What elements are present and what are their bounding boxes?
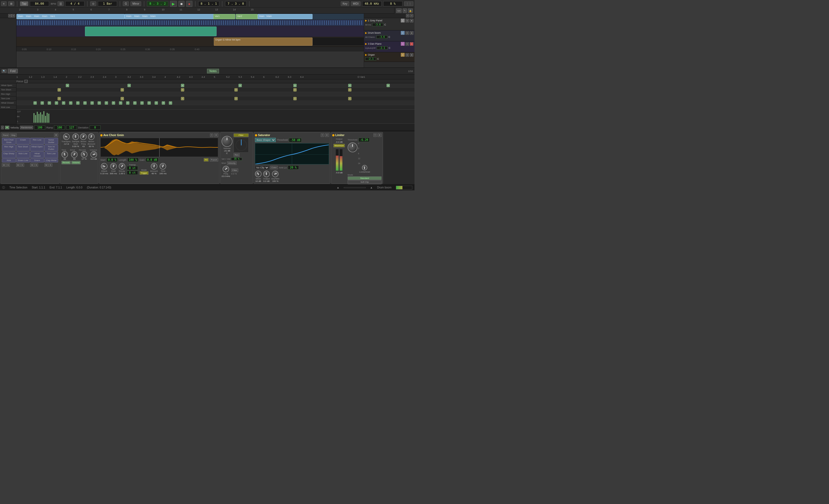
- note-tl1[interactable]: T: [58, 97, 61, 100]
- set-btn[interactable]: Set: [396, 8, 402, 13]
- soft-clip-btn[interactable]: Soft Clip: [348, 180, 382, 184]
- add-track-btn[interactable]: +: [406, 14, 409, 17]
- note-tl4[interactable]: T: [235, 97, 238, 100]
- output-sat-knob[interactable]: [263, 171, 270, 177]
- note-h3[interactable]: H: [181, 84, 184, 87]
- time-knob[interactable]: [61, 151, 69, 158]
- s-btn-3[interactable]: S: [35, 163, 38, 167]
- note-hc3[interactable]: H: [48, 101, 51, 105]
- attack-knob[interactable]: [100, 162, 109, 171]
- pad-clap-metal[interactable]: Clap Metal: [44, 158, 59, 162]
- lock-btn[interactable]: 🔒: [408, 8, 413, 13]
- note-hc13[interactable]: H: [119, 101, 122, 105]
- start-input[interactable]: 0.0 %: [107, 158, 118, 162]
- note-h4[interactable]: H: [239, 84, 242, 87]
- midi-btn[interactable]: MIDI: [351, 1, 360, 6]
- note-t6[interactable]: T: [348, 88, 352, 91]
- threshold-val[interactable]: -50 dB: [289, 138, 301, 142]
- vel-toggle-btn[interactable]: ▼: [5, 126, 9, 129]
- position2-display[interactable]: 8 . 1 . 1: [198, 1, 220, 6]
- punch-btn[interactable]: Punch: [210, 158, 218, 162]
- pad-hihat-closed[interactable]: Hihat Closed: [30, 152, 44, 158]
- randomize-btn[interactable]: Randomize: [20, 126, 33, 129]
- track-vol-organ[interactable]: -2.1: [365, 57, 376, 61]
- arr-clip-var1[interactable]: Var1: [213, 14, 235, 19]
- detune-val[interactable]: 0 ct: [127, 171, 138, 175]
- pad-clap-sharp[interactable]: Clap Sharp: [2, 152, 16, 158]
- deviation-val-input[interactable]: 0: [89, 125, 101, 129]
- note-hc17[interactable]: H: [147, 101, 151, 105]
- track-vol-3[interactable]: -2.1: [377, 46, 388, 49]
- note-hc18[interactable]: H: [155, 101, 158, 105]
- pad-tom-short[interactable]: Tom Short: [16, 145, 30, 151]
- scale-btn[interactable]: Minor: [131, 1, 141, 6]
- arrange-view-btn[interactable]: ≡: [1, 1, 7, 6]
- note-h1[interactable]: H: [66, 84, 69, 87]
- reverb-knob[interactable]: [80, 150, 88, 159]
- note-t5[interactable]: T: [293, 88, 297, 91]
- note-tl6[interactable]: T: [348, 97, 352, 100]
- note-hc14[interactable]: H: [126, 101, 130, 105]
- note-h2[interactable]: H: [128, 84, 131, 87]
- arr-clip-main1[interactable]: Main Main Main Main Var1: [16, 14, 125, 19]
- key-btn[interactable]: G: [123, 1, 129, 6]
- amt-lo-val[interactable]: 20 %: [288, 165, 299, 169]
- note-hc10[interactable]: H: [98, 101, 101, 105]
- drive-knob[interactable]: [70, 150, 79, 159]
- note-t4[interactable]: T: [235, 88, 238, 91]
- note-hc12[interactable]: H: [112, 101, 115, 105]
- s-btn-1[interactable]: S: [6, 163, 10, 167]
- waveform-display[interactable]: [100, 138, 218, 157]
- time-sig-display[interactable]: 4 / 4: [65, 1, 84, 6]
- pad-noise-stutter[interactable]: NoiseStutter: [44, 138, 59, 144]
- pad-tom-low[interactable]: Tom Low: [44, 152, 59, 158]
- maximize-btn[interactable]: Maximize: [333, 144, 345, 147]
- pad-snare[interactable]: Snare: [30, 158, 44, 162]
- edit-btn[interactable]: ✎: [403, 8, 407, 13]
- solo-btn-2[interactable]: S: [405, 31, 409, 35]
- stop-btn[interactable]: ■: [178, 1, 184, 7]
- amount-knob[interactable]: [150, 162, 158, 170]
- m-btn-1[interactable]: M: [2, 163, 6, 167]
- sat-close-btn[interactable]: ✕: [325, 133, 329, 137]
- vel-value-input[interactable]: 100: [34, 125, 45, 129]
- note-h6[interactable]: H: [348, 84, 352, 87]
- filter-type-btn[interactable]: Filter: [231, 168, 239, 172]
- vol-route-btn[interactable]: Volume: [71, 161, 81, 164]
- m-btn-3[interactable]: M: [30, 163, 34, 167]
- time-inst-knob[interactable]: [159, 162, 167, 171]
- loop-btn[interactable]: ⊙: [90, 1, 96, 6]
- pad-ave-choir[interactable]: Ave ChoirGmin: [2, 138, 16, 144]
- transp-inst-val[interactable]: 0 st: [127, 166, 138, 170]
- play-btn[interactable]: ▶: [170, 1, 177, 7]
- drum-settings-btn[interactable]: ⚙: [54, 133, 58, 137]
- sat-info-btn[interactable]: ?: [321, 133, 324, 137]
- note-t1[interactable]: T: [58, 88, 61, 91]
- arr-clip-green[interactable]: [85, 27, 217, 36]
- arr-clip-var2[interactable]: Var2: [236, 14, 258, 19]
- note-t3[interactable]: T: [181, 88, 184, 91]
- m-btn-2[interactable]: M: [16, 163, 20, 167]
- m-btn-4[interactable]: M: [44, 163, 48, 167]
- note-hc5[interactable]: H: [62, 101, 65, 105]
- rec-btn-1[interactable]: ●: [410, 19, 413, 23]
- fx-btn[interactable]: FX: [204, 158, 209, 162]
- solo-btn-1[interactable]: S: [405, 19, 409, 23]
- scroll-left-btn[interactable]: +: [8, 14, 12, 17]
- transp-knob[interactable]: [62, 132, 71, 141]
- note-hc1[interactable]: H: [33, 101, 37, 105]
- note-hc8[interactable]: H: [83, 101, 86, 105]
- position1-display[interactable]: 8 . 3 . 2: [147, 1, 168, 6]
- note-hc20[interactable]: H: [169, 101, 172, 105]
- note-hc6[interactable]: H: [69, 101, 72, 105]
- rec-btn-3[interactable]: ●: [410, 42, 413, 46]
- decay-knob[interactable]: [117, 162, 127, 171]
- pad-kick-low[interactable]: Kick Low: [16, 152, 30, 158]
- note-hc16[interactable]: H: [140, 101, 144, 105]
- note-hc7[interactable]: H: [76, 101, 79, 105]
- s-btn-2[interactable]: S: [20, 163, 24, 167]
- fold-btn[interactable]: Fold: [8, 69, 18, 73]
- note-h5[interactable]: H: [293, 84, 297, 87]
- ramp-max-input[interactable]: 127: [66, 125, 77, 129]
- lookahead-knob[interactable]: [362, 165, 367, 170]
